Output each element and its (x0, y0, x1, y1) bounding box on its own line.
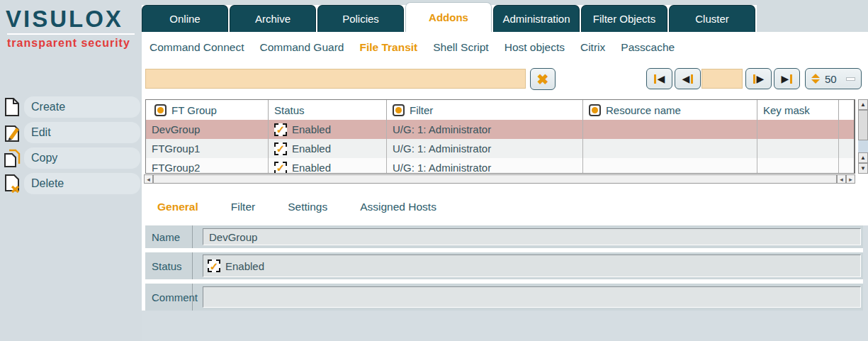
table-row-ftgroup2[interactable]: FTGroup2 ✓ Enabled U/G: 1: Administrator (146, 158, 854, 174)
toolbar: ✖ ◀ ◀ ▶ ▶ 50 (142, 68, 868, 91)
arrow-left-icon: ◂ (147, 176, 150, 183)
tab-filter[interactable]: Filter (231, 201, 255, 213)
logo-divider (7, 33, 135, 35)
brand-tagline: transparent security (6, 37, 136, 50)
tab-archive[interactable]: Archive (230, 5, 316, 32)
scroll-up-button[interactable]: ▲ (858, 99, 868, 110)
scroll-up-button-secondary[interactable]: ▲ (858, 152, 868, 163)
copy-button[interactable]: Copy (24, 147, 140, 169)
comment-input[interactable] (203, 286, 861, 308)
sidebar-item-create[interactable]: Create (0, 96, 142, 118)
subnav-command-connect[interactable]: Command Connect (142, 41, 252, 54)
brand-name: VISULOX (6, 6, 136, 33)
column-header-status[interactable]: Status (269, 100, 387, 120)
triangle-right-icon: ▶ (782, 74, 789, 84)
delete-button[interactable]: Delete (24, 173, 140, 194)
status-checkbox-checked-icon[interactable]: ✓ (208, 259, 220, 272)
scroll-left-button[interactable]: ◂ (144, 174, 153, 184)
last-page-button[interactable]: ▶ (774, 68, 800, 89)
sidebar: VISULOX transparent security Create Edit (0, 0, 142, 341)
subnav-shell-script[interactable]: Shell Script (425, 41, 496, 54)
app-window: VISULOX transparent security Create Edit (0, 0, 868, 341)
form-row-name: Name (145, 225, 863, 248)
brand-logo: VISULOX transparent security (0, 0, 142, 50)
tabbar-filler (757, 0, 868, 32)
detail-tab-bar: General Filter Settings Assigned Hosts (157, 201, 436, 213)
scroll-left-button-secondary[interactable]: ◂ (837, 174, 846, 184)
horizontal-scrollbar-thumb[interactable] (153, 174, 837, 184)
detail-right-filler (863, 225, 868, 311)
column-label: FT Group (171, 104, 217, 116)
column-header-filter[interactable]: Filter (387, 100, 583, 120)
bar-icon (691, 74, 693, 84)
edit-document-icon (0, 123, 24, 142)
tab-administration[interactable]: Administration (493, 5, 580, 32)
page-size-select[interactable]: 50 (805, 68, 862, 89)
create-button[interactable]: Create (24, 96, 140, 118)
form-row-comment: Comment (145, 284, 863, 311)
column-header-filler (839, 100, 854, 120)
cell-filter: U/G: 1: Administrator (387, 139, 583, 158)
tab-settings[interactable]: Settings (288, 201, 327, 213)
sidebar-item-delete[interactable]: Delete (0, 173, 142, 194)
edit-button[interactable]: Edit (24, 122, 140, 143)
vertical-scrollbar-thumb[interactable] (858, 110, 868, 140)
bar-icon (753, 74, 755, 84)
vertical-scrollbar-track[interactable] (858, 140, 868, 152)
clear-search-button[interactable]: ✖ (530, 68, 556, 90)
first-page-button[interactable]: ◀ (646, 68, 672, 89)
column-label: Resource name (606, 104, 681, 116)
status-field: ✓ Enabled (203, 255, 861, 277)
tab-policies[interactable]: Policies (317, 5, 404, 32)
sidebar-item-edit[interactable]: Edit (0, 122, 142, 143)
sort-select-icon[interactable] (393, 104, 405, 116)
tab-assigned-hosts[interactable]: Assigned Hosts (360, 201, 436, 213)
subnav-citrix[interactable]: Citrix (573, 41, 613, 54)
column-header-key-mask[interactable]: Key mask (757, 100, 839, 120)
name-input[interactable] (203, 228, 861, 245)
cell-resource-name (583, 139, 757, 158)
subnav-file-transit[interactable]: File Transit (351, 41, 425, 54)
page-size-value: 50 (825, 73, 837, 85)
page-number-input[interactable] (701, 69, 743, 89)
sort-select-icon[interactable] (154, 104, 167, 116)
cell-key-mask (757, 139, 839, 158)
subnav-passcache[interactable]: Passcache (613, 41, 682, 54)
subnav-host-objects[interactable]: Host objects (497, 41, 573, 54)
prev-page-button[interactable]: ◀ (675, 68, 701, 89)
tab-filter-objects[interactable]: Filter Objects (581, 5, 667, 32)
cell-status: ✓ Enabled (269, 120, 387, 139)
tab-online[interactable]: Online (142, 5, 228, 32)
form-row-status: Status ✓ Enabled (145, 252, 863, 279)
arrow-right-icon: ▸ (849, 176, 852, 183)
sort-select-icon[interactable] (589, 104, 601, 116)
cell-status: ✓ Enabled (269, 139, 387, 158)
tab-addons[interactable]: Addons (405, 2, 492, 32)
table-row-ftgroup1[interactable]: FTGroup1 ✓ Enabled U/G: 1: Administrator (146, 139, 854, 158)
column-header-resource-name[interactable]: Resource name (583, 100, 757, 120)
top-tab-bar: Online Archive Policies Addons Administr… (142, 5, 868, 32)
tab-cluster[interactable]: Cluster (669, 5, 755, 32)
clear-icon: ✖ (537, 72, 549, 86)
scroll-down-button[interactable]: ▼ (858, 163, 868, 174)
scroll-right-button[interactable]: ▸ (846, 174, 855, 184)
search-input[interactable] (145, 69, 526, 89)
horizontal-scrollbar[interactable]: ◂ ◂ ▸ (144, 174, 855, 184)
arrow-down-icon: ▼ (860, 165, 866, 172)
column-label: Filter (410, 104, 433, 116)
column-header-ft-group[interactable]: FT Group (146, 100, 269, 120)
next-page-button[interactable]: ▶ (745, 68, 772, 89)
comment-label: Comment (145, 284, 193, 311)
vertical-scrollbar[interactable]: ▲ ▲ ▼ (858, 99, 868, 174)
subnav-command-guard[interactable]: Command Guard (252, 41, 352, 54)
tab-general[interactable]: General (157, 201, 198, 213)
table-row-devgroup[interactable]: DevGroup ✓ Enabled U/G: 1: Administrator (146, 120, 854, 139)
triangle-left-icon: ◀ (682, 74, 690, 84)
checkbox-checked-icon: ✓ (274, 162, 287, 174)
delete-document-icon (0, 174, 24, 194)
bar-icon (654, 74, 656, 84)
resize-grip[interactable] (846, 77, 855, 81)
checkbox-checked-icon: ✓ (274, 142, 287, 155)
sidebar-actions: Create Edit Copy Delete (0, 96, 142, 194)
sidebar-item-copy[interactable]: Copy (0, 147, 142, 169)
